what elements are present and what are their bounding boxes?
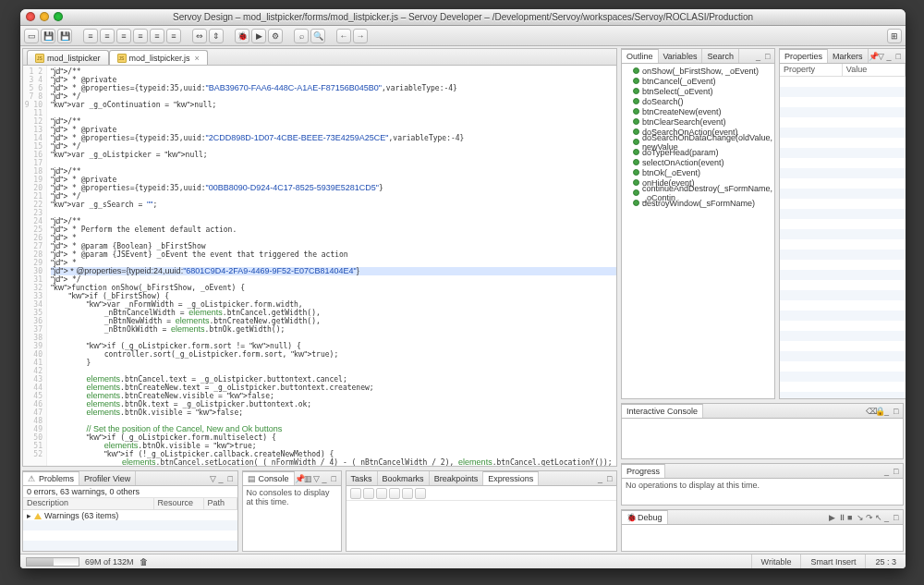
resume-icon[interactable]: ▶	[829, 513, 838, 522]
outline-item[interactable]: btnClearSearch(event)	[624, 116, 772, 127]
problems-row[interactable]: ▸ Warnings (63 items)	[23, 510, 237, 521]
minimize-icon[interactable]	[40, 12, 49, 21]
pin-icon[interactable]: 📌	[869, 52, 878, 61]
terminate-icon[interactable]: ■	[847, 513, 857, 522]
save-button[interactable]: 💾	[41, 29, 55, 43]
add-expression-button[interactable]	[389, 488, 400, 499]
debug-button[interactable]: 🐞	[235, 29, 249, 43]
close-icon[interactable]	[26, 12, 35, 21]
pin-icon[interactable]: 📌	[295, 474, 304, 483]
editor-tab[interactable]: mod_listpicker	[27, 50, 109, 65]
tab-search[interactable]: Search	[702, 49, 739, 63]
outline-item[interactable]: doSearchOnDataChange(oldValue, newValue	[624, 137, 772, 147]
clear-icon[interactable]: ⌫	[866, 407, 875, 416]
tab-label: Properties	[784, 52, 822, 61]
align-center-button[interactable]: ≡	[100, 29, 115, 43]
save-all-button[interactable]: 💾	[57, 29, 72, 43]
back-button[interactable]: ←	[336, 29, 351, 43]
zoom-icon[interactable]	[54, 12, 63, 21]
external-tools-button[interactable]: ⚙	[268, 29, 283, 43]
tab-outline[interactable]: Outline	[622, 49, 659, 63]
tab-tasks[interactable]: Tasks	[346, 471, 378, 485]
outline-item[interactable]: btnSelect(_oEvent)	[624, 86, 772, 96]
tab-bookmarks[interactable]: Bookmarks	[378, 471, 430, 485]
outline-item[interactable]: btnCancel(_oEvent)	[624, 76, 772, 86]
tab-profiler[interactable]: Profiler View	[79, 471, 136, 485]
open-type-button[interactable]: ⌕	[294, 29, 309, 43]
tab-problems[interactable]: ⚠Problems	[23, 471, 79, 485]
maximize-icon[interactable]: □	[896, 52, 906, 61]
suspend-icon[interactable]: ⏸	[838, 513, 847, 522]
new-button[interactable]: ▭	[24, 29, 39, 43]
minimize-icon[interactable]: _	[219, 474, 228, 483]
tab-interactive-console[interactable]: Interactive Console	[622, 404, 703, 418]
column-header[interactable]: Value	[843, 64, 906, 76]
form-icon	[35, 54, 44, 63]
forward-button[interactable]: →	[353, 29, 368, 43]
step-over-icon[interactable]: ↷	[866, 513, 875, 522]
scroll-lock-icon[interactable]: 🔒	[875, 407, 884, 416]
heap-status[interactable]: 69M of 132M 🗑	[20, 557, 153, 567]
tab-debug[interactable]: 🐞Debug	[622, 510, 668, 524]
column-header[interactable]: Description	[23, 498, 154, 509]
view-menu-icon[interactable]: ▽	[210, 474, 219, 483]
interactive-console-body[interactable]	[622, 419, 903, 458]
minimize-icon[interactable]: _	[756, 52, 765, 61]
column-header[interactable]: Property	[780, 64, 843, 76]
align-middle-button[interactable]: ≡	[150, 29, 164, 43]
tab-console[interactable]: ▤Console	[243, 471, 295, 485]
align-bottom-button[interactable]: ≡	[166, 29, 181, 43]
outline-item[interactable]: doSearch()	[624, 96, 772, 106]
gc-icon[interactable]: 🗑	[140, 557, 148, 567]
run-button[interactable]: ▶	[251, 29, 266, 43]
maximize-icon[interactable]: □	[765, 52, 774, 61]
maximize-icon[interactable]: □	[228, 474, 237, 483]
tab-properties[interactable]: Properties	[780, 49, 828, 63]
outline-item[interactable]: destroyWindow(_sFormName)	[624, 198, 772, 208]
editor-tab[interactable]: mod_listpicker.js ×	[109, 50, 208, 65]
maximize-icon[interactable]: □	[894, 467, 903, 476]
minimize-icon[interactable]: _	[884, 407, 894, 416]
step-into-icon[interactable]: ↘	[857, 513, 866, 522]
view-menu-icon[interactable]: ▽	[878, 52, 887, 61]
outline-item[interactable]: continueAndDestroy(_sFormName, _oContin	[624, 188, 772, 198]
outline-item[interactable]: onShow(_bFirstShow, _oEvent)	[624, 66, 772, 76]
same-height-button[interactable]: ⇕	[209, 29, 224, 43]
align-top-button[interactable]: ≡	[133, 29, 148, 43]
tab-markers[interactable]: Markers	[828, 49, 869, 63]
align-left-button[interactable]: ≡	[83, 29, 98, 43]
minimize-icon[interactable]: _	[884, 467, 894, 476]
tab-expressions[interactable]: Expressions	[483, 471, 539, 485]
column-header[interactable]: Resource	[154, 498, 204, 509]
minimize-icon[interactable]: _	[322, 474, 332, 483]
tab-breakpoints[interactable]: Breakpoints	[430, 471, 484, 485]
same-width-button[interactable]: ⇔	[192, 29, 207, 43]
show-logical-button[interactable]	[363, 488, 374, 499]
outline-item[interactable]: selectOnAction(event)	[624, 157, 772, 167]
view-menu-icon[interactable]: ▽	[313, 474, 322, 483]
tab-variables[interactable]: Variables	[659, 49, 703, 63]
perspective-button[interactable]: ⊞	[887, 29, 902, 43]
column-header[interactable]: Path	[204, 498, 237, 509]
minimize-icon[interactable]: _	[884, 513, 894, 522]
expand-icon[interactable]: ▸	[27, 511, 31, 520]
close-icon[interactable]: ×	[195, 54, 200, 63]
minimize-icon[interactable]: _	[887, 52, 896, 61]
display-icon[interactable]: ▥	[304, 474, 313, 483]
step-return-icon[interactable]: ↖	[875, 513, 884, 522]
collapse-all-button[interactable]	[376, 488, 387, 499]
maximize-icon[interactable]: □	[607, 474, 616, 483]
remove-button[interactable]	[402, 488, 413, 499]
show-type-names-button[interactable]	[350, 488, 361, 499]
minimize-icon[interactable]: _	[598, 474, 607, 483]
remove-all-button[interactable]	[415, 488, 426, 499]
outline-item[interactable]: btnOk(_oEvent)	[624, 167, 772, 177]
code-area[interactable]: "jd">/** "jd"> * @private "jd"> * @prope…	[47, 66, 616, 466]
maximize-icon[interactable]: □	[332, 474, 341, 483]
maximize-icon[interactable]: □	[894, 513, 903, 522]
search-button[interactable]: 🔍	[310, 29, 325, 43]
outline-item[interactable]: btnCreateNew(event)	[624, 106, 772, 116]
tab-progress[interactable]: Progress	[622, 464, 665, 478]
align-right-button[interactable]: ≡	[116, 29, 131, 43]
maximize-icon[interactable]: □	[894, 407, 903, 416]
